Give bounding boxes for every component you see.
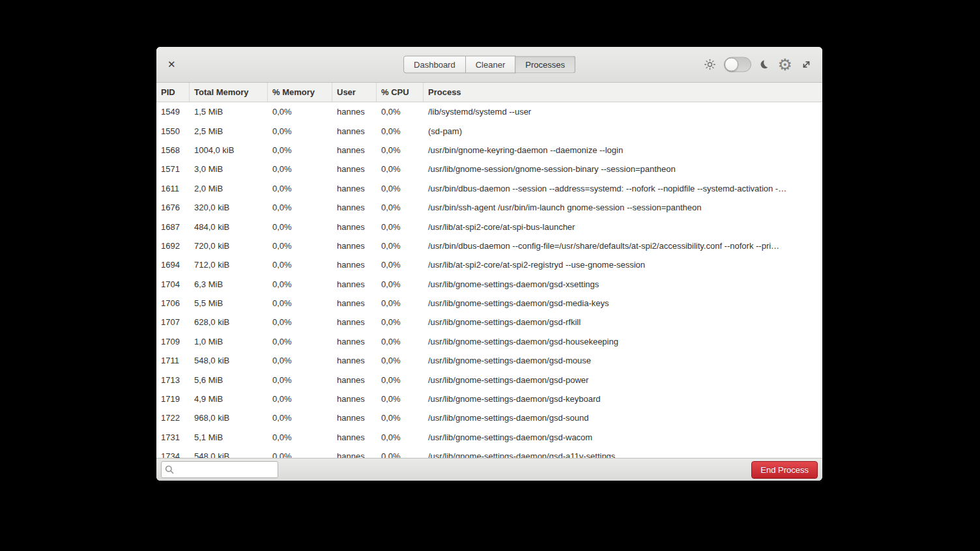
settings-gear-icon[interactable]: ⚙ xyxy=(778,57,792,73)
cell-user: hannes xyxy=(332,298,377,308)
cell-total-memory: 628,0 kiB xyxy=(190,317,268,327)
cell-memory-pct: 0,0% xyxy=(268,298,332,308)
cell-memory-pct: 0,0% xyxy=(268,126,332,136)
app-window: ✕ DashboardCleanerProcesses xyxy=(156,47,822,481)
column-header-pid[interactable]: PID xyxy=(156,83,190,102)
cell-user: hannes xyxy=(332,126,377,136)
cell-pid: 1687 xyxy=(156,222,190,232)
cell-cpu-pct: 0,0% xyxy=(377,126,424,136)
table-row[interactable]: 15502,5 MiB0,0%hannes0,0%(sd-pam) xyxy=(156,121,822,140)
table-row[interactable]: 1707628,0 kiB0,0%hannes0,0%/usr/lib/gnom… xyxy=(156,313,822,332)
moon-icon xyxy=(760,60,770,70)
search-field[interactable] xyxy=(161,461,278,478)
cell-cpu-pct: 0,0% xyxy=(377,279,424,289)
cell-user: hannes xyxy=(332,413,377,423)
cell-pid: 1694 xyxy=(156,260,190,270)
table-row[interactable]: 15713,0 MiB0,0%hannes0,0%/usr/lib/gnome-… xyxy=(156,160,822,178)
cell-user: hannes xyxy=(332,317,377,327)
cell-cpu-pct: 0,0% xyxy=(377,375,424,385)
cell-memory-pct: 0,0% xyxy=(268,356,332,365)
table-row[interactable]: 17135,6 MiB0,0%hannes0,0%/usr/lib/gnome-… xyxy=(156,370,822,389)
table-row[interactable]: 15681004,0 kiB0,0%hannes0,0%/usr/bin/gno… xyxy=(156,141,822,160)
tab-dashboard[interactable]: Dashboard xyxy=(403,56,466,74)
cell-process: /usr/bin/ssh-agent /usr/bin/im-launch gn… xyxy=(424,203,822,212)
cell-memory-pct: 0,0% xyxy=(268,279,332,289)
cell-process: /usr/lib/at-spi2-core/at-spi2-registryd … xyxy=(424,260,822,270)
cell-user: hannes xyxy=(332,394,377,404)
cell-cpu-pct: 0,0% xyxy=(377,260,424,270)
cell-total-memory: 5,6 MiB xyxy=(190,375,268,385)
cell-process: /usr/bin/dbus-daemon --session --address… xyxy=(424,184,822,193)
tab-cleaner[interactable]: Cleaner xyxy=(466,56,516,74)
table-row[interactable]: 15491,5 MiB0,0%hannes0,0%/lib/systemd/sy… xyxy=(156,102,822,121)
cell-total-memory: 1004,0 kiB xyxy=(190,145,268,155)
cell-total-memory: 712,0 kiB xyxy=(190,260,268,270)
cell-user: hannes xyxy=(332,356,377,365)
toggle-knob xyxy=(725,58,738,72)
table-row[interactable]: 1722968,0 kiB0,0%hannes0,0%/usr/lib/gnom… xyxy=(156,408,822,427)
cell-cpu-pct: 0,0% xyxy=(377,451,424,458)
cell-total-memory: 5,5 MiB xyxy=(190,298,268,308)
process-table: 15491,5 MiB0,0%hannes0,0%/lib/systemd/sy… xyxy=(156,102,822,458)
view-switcher: DashboardCleanerProcesses xyxy=(403,56,575,74)
cell-process: /usr/lib/gnome-settings-daemon/gsd-house… xyxy=(424,337,822,346)
cell-cpu-pct: 0,0% xyxy=(377,222,424,232)
cell-memory-pct: 0,0% xyxy=(268,203,332,212)
dark-mode-toggle[interactable] xyxy=(724,57,751,72)
table-row[interactable]: 1711548,0 kiB0,0%hannes0,0%/usr/lib/gnom… xyxy=(156,351,822,370)
cell-cpu-pct: 0,0% xyxy=(377,356,424,365)
cell-pid: 1568 xyxy=(156,145,190,155)
table-row[interactable]: 1676320,0 kiB0,0%hannes0,0%/usr/bin/ssh-… xyxy=(156,198,822,217)
table-row[interactable]: 1692720,0 kiB0,0%hannes0,0%/usr/bin/dbus… xyxy=(156,236,822,255)
search-input[interactable] xyxy=(175,464,275,475)
cell-user: hannes xyxy=(332,432,377,442)
cell-user: hannes xyxy=(332,451,377,458)
table-row[interactable]: 17091,0 MiB0,0%hannes0,0%/usr/lib/gnome-… xyxy=(156,332,822,351)
cell-total-memory: 548,0 kiB xyxy=(190,356,268,365)
column-header-total-memory[interactable]: Total Memory xyxy=(190,83,268,102)
cell-memory-pct: 0,0% xyxy=(268,394,332,404)
table-row[interactable]: 17065,5 MiB0,0%hannes0,0%/usr/lib/gnome-… xyxy=(156,294,822,313)
cell-process: /usr/lib/gnome-settings-daemon/gsd-wacom xyxy=(424,432,822,442)
end-process-button[interactable]: End Process xyxy=(751,461,818,479)
cell-pid: 1676 xyxy=(156,203,190,212)
tab-processes[interactable]: Processes xyxy=(515,56,575,74)
footer-bar: End Process xyxy=(156,458,822,481)
cell-total-memory: 4,9 MiB xyxy=(190,394,268,404)
table-row[interactable]: 1687484,0 kiB0,0%hannes0,0%/usr/lib/at-s… xyxy=(156,217,822,236)
titlebar[interactable]: ✕ DashboardCleanerProcesses xyxy=(156,47,822,83)
cell-pid: 1571 xyxy=(156,164,190,174)
table-row[interactable]: 1734548,0 kiB0,0%hannes0,0%/usr/lib/gnom… xyxy=(156,447,822,458)
cell-pid: 1549 xyxy=(156,107,190,117)
close-button[interactable]: ✕ xyxy=(165,59,179,71)
search-icon xyxy=(164,464,175,475)
table-row[interactable]: 17194,9 MiB0,0%hannes0,0%/usr/lib/gnome-… xyxy=(156,389,822,408)
cell-memory-pct: 0,0% xyxy=(268,241,332,251)
cell-memory-pct: 0,0% xyxy=(268,145,332,155)
close-icon: ✕ xyxy=(167,59,176,70)
cell-total-memory: 2,5 MiB xyxy=(190,126,268,136)
cell-pid: 1711 xyxy=(156,356,190,365)
cell-process: /usr/lib/at-spi2-core/at-spi-bus-launche… xyxy=(424,222,822,232)
column-header-user[interactable]: User xyxy=(332,83,377,102)
cell-process: /usr/lib/gnome-settings-daemon/gsd-a11y-… xyxy=(424,451,822,458)
cell-memory-pct: 0,0% xyxy=(268,107,332,117)
cell-memory-pct: 0,0% xyxy=(268,413,332,423)
cell-total-memory: 484,0 kiB xyxy=(190,222,268,232)
table-row[interactable]: 1694712,0 kiB0,0%hannes0,0%/usr/lib/at-s… xyxy=(156,255,822,274)
cell-memory-pct: 0,0% xyxy=(268,451,332,458)
column-header-process[interactable]: Process xyxy=(424,83,822,102)
column-header-memory[interactable]: % Memory xyxy=(268,83,332,102)
table-header: PIDTotal Memory% MemoryUser% CPUProcess xyxy=(156,83,822,102)
cell-pid: 1707 xyxy=(156,317,190,327)
table-row[interactable]: 17046,3 MiB0,0%hannes0,0%/usr/lib/gnome-… xyxy=(156,275,822,294)
cell-total-memory: 320,0 kiB xyxy=(190,203,268,212)
cell-process: /usr/lib/gnome-session/gnome-session-bin… xyxy=(424,164,822,174)
cell-pid: 1713 xyxy=(156,375,190,385)
table-row[interactable]: 17315,1 MiB0,0%hannes0,0%/usr/lib/gnome-… xyxy=(156,428,822,447)
cell-process: /usr/lib/gnome-settings-daemon/gsd-xsett… xyxy=(424,279,822,289)
column-header-cpu[interactable]: % CPU xyxy=(377,83,424,102)
fullscreen-icon[interactable] xyxy=(801,59,812,70)
table-row[interactable]: 16112,0 MiB0,0%hannes0,0%/usr/bin/dbus-d… xyxy=(156,179,822,198)
cell-process: (sd-pam) xyxy=(424,126,822,136)
